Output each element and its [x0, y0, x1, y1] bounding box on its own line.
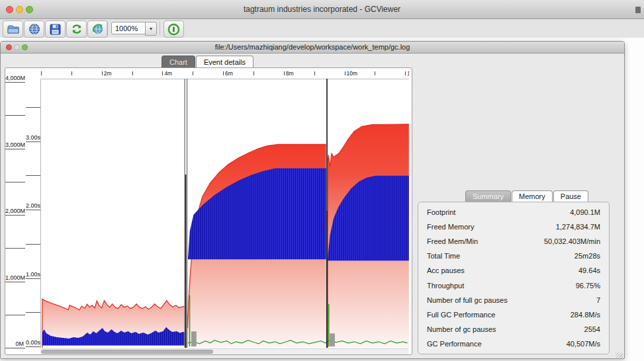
summary-row-label: Footprint	[427, 208, 455, 216]
refresh-arrows-icon	[71, 23, 83, 35]
globe-icon	[28, 23, 40, 35]
scrollbar-thumb[interactable]	[41, 350, 213, 354]
x-axis-tick-label: 4m	[164, 70, 172, 77]
summary-row-label: Throughput	[427, 282, 464, 290]
pause-gridline	[26, 278, 40, 279]
summary-row-label: Acc pauses	[427, 266, 465, 274]
memory-minor-tick	[5, 182, 25, 182]
tab-memory[interactable]: Memory	[512, 190, 553, 202]
chart-panel: 2m4m6m8m10m12m 0M1,000M2,000M3,000M4,000…	[5, 67, 412, 355]
summary-row-value: 4,090.1M	[570, 208, 600, 216]
summary-panel: Footprint4,090.1MFreed Memory1,274,834.7…	[418, 202, 610, 354]
summary-row: GC Performance40,507M/s	[418, 340, 609, 348]
watch-globe-icon	[92, 23, 104, 35]
toolbar-separator	[107, 21, 107, 35]
summary-row: Number of full gc pauses7	[418, 296, 609, 304]
summary-row: Full GC Performance284.8M/s	[418, 311, 609, 319]
zoom-combo[interactable]: 1000%	[111, 22, 146, 34]
summary-row-value: 40,507M/s	[567, 340, 600, 348]
summary-row-label: Number of full gc pauses	[427, 296, 508, 304]
pause-minor-tick	[26, 175, 40, 176]
x-axis-tick	[223, 71, 224, 75]
summary-row-value: 25m28s	[575, 252, 600, 260]
open-file-button[interactable]	[3, 20, 23, 38]
summary-row: Acc pauses49.64s	[418, 266, 609, 274]
x-axis-tick	[132, 71, 133, 75]
x-axis-tick	[41, 71, 42, 75]
toolbar-separator	[160, 21, 160, 35]
memory-minor-tick	[5, 248, 25, 249]
memory-minor-tick	[5, 315, 25, 315]
summary-row-label: Freed Mem/Min	[427, 237, 478, 245]
summary-row: Freed Mem/Min50,032.403M/min	[418, 237, 609, 245]
floppy-disk-icon	[50, 24, 61, 35]
summary-row-value: 49.64s	[578, 266, 600, 274]
desktop: file:/Users/mazhiqiang/develop/workspace…	[0, 38, 644, 361]
x-axis-tick	[345, 71, 345, 75]
export-button[interactable]	[45, 20, 66, 38]
memory-axis-label: 3,000M	[5, 141, 24, 148]
summary-row: Number of gc pauses2554	[418, 325, 609, 333]
pause-axis-label: 1.00s	[21, 271, 40, 278]
x-axis-tick	[193, 71, 193, 75]
toolbar: 1000% ▾	[0, 19, 644, 38]
pause-gridline	[26, 210, 40, 210]
tab-summary[interactable]: Summary	[465, 190, 511, 202]
about-button[interactable]	[163, 20, 184, 38]
doc-titlebar[interactable]: file:/Users/mazhiqiang/develop/workspace…	[1, 42, 624, 54]
watch-button[interactable]	[87, 20, 108, 38]
open-url-button[interactable]	[24, 20, 44, 38]
gc-chart-plot[interactable]	[40, 79, 409, 348]
time-ruler: 2m4m6m8m10m12m	[40, 69, 409, 79]
summary-row-value: 1,274,834.7M	[556, 223, 600, 231]
info-icon	[167, 23, 180, 36]
pause-gridline	[26, 346, 40, 347]
gc-log-window: file:/Users/mazhiqiang/develop/workspace…	[0, 41, 625, 359]
summary-row: Total Time25m28s	[418, 252, 609, 260]
chart-horizontal-scrollbar[interactable]	[40, 348, 408, 354]
x-axis-tick	[253, 71, 254, 75]
memory-gridline	[5, 348, 25, 348]
tab-event-details[interactable]: Event details	[196, 56, 253, 67]
x-axis-tick	[314, 71, 315, 75]
summary-row: Footprint4,090.1M	[418, 208, 609, 216]
tab-chart[interactable]: Chart	[161, 56, 195, 67]
memory-axis-label: 4,000M	[5, 75, 24, 81]
titlebar-widget[interactable]	[635, 7, 641, 13]
pause-axis-label: 3.00s	[21, 134, 40, 141]
summary-row-label: Freed Memory	[427, 223, 475, 231]
x-axis-tick	[71, 71, 72, 75]
pause-axis-label: 2.00s	[21, 202, 40, 209]
summary-row-value: 2554	[584, 325, 600, 333]
summary-row-label: Number of gc pauses	[427, 325, 496, 333]
summary-row-value: 7	[596, 296, 600, 304]
x-axis-tick	[162, 71, 163, 75]
app-title: tagtraum industries incorporated - GCVie…	[0, 5, 644, 14]
open-folder-icon	[7, 24, 20, 34]
memory-gridline	[5, 215, 25, 216]
x-axis-tick	[375, 71, 375, 75]
tab-pause[interactable]: Pause	[553, 190, 588, 202]
summary-row-value: 50,032.403M/min	[544, 237, 600, 245]
pause-gridline	[26, 141, 40, 142]
summary-row-label: Full GC Performance	[427, 311, 495, 319]
window-resize-grip[interactable]	[616, 352, 623, 358]
refresh-button[interactable]	[66, 20, 87, 38]
x-axis-tick-label: 6m	[225, 70, 233, 77]
summary-row-label: Total Time	[427, 252, 460, 260]
doc-title: file:/Users/mazhiqiang/develop/workspace…	[1, 43, 624, 51]
summary-row-value: 96.75%	[576, 282, 600, 290]
x-axis-tick-label: 2m	[104, 70, 112, 77]
memory-gridline	[5, 82, 25, 83]
memory-gridline	[5, 282, 25, 282]
summary-tabs: Summary Memory Pause	[465, 190, 588, 202]
summary-row-label: GC Performance	[427, 340, 482, 348]
memory-gridline	[5, 149, 25, 149]
zoom-combo-arrow[interactable]: ▾	[145, 22, 157, 36]
x-axis-tick-label: 10m	[347, 70, 358, 77]
pause-minor-tick	[26, 312, 40, 313]
x-axis-tick	[102, 71, 103, 75]
pause-axis-label: 0.00s	[21, 339, 40, 346]
view-tabs: Chart Event details	[161, 56, 253, 67]
screen: { "app": { "title": "tagtraum industries…	[0, 0, 644, 361]
